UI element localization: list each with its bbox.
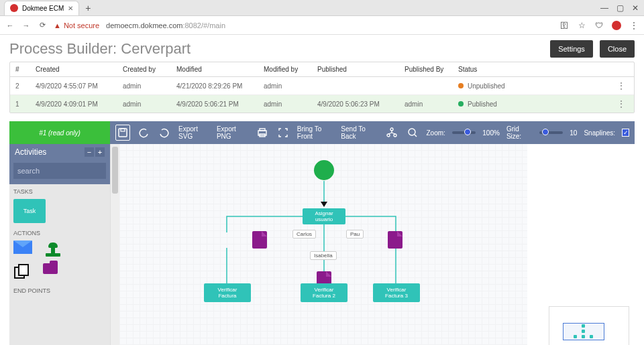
task-node-verify-1[interactable]: Verificar Factura [204, 283, 251, 302]
table-row[interactable]: 1 4/9/2020 4:09:01 PM admin 4/9/2020 5:0… [10, 95, 634, 113]
svg-rect-3 [260, 129, 265, 131]
cell-created-by: admin [123, 100, 176, 108]
edge-label[interactable]: Carlos [292, 230, 316, 238]
new-tab-button[interactable]: + [82, 2, 94, 14]
zoom-icon[interactable] [405, 125, 419, 141]
zoom-label: Zoom: [427, 129, 445, 137]
fullscreen-icon[interactable] [276, 125, 290, 141]
svg-point-7 [394, 134, 396, 137]
task-node-assign[interactable]: Asignar usuario [303, 208, 345, 224]
zoom-slider[interactable] [452, 131, 476, 134]
svg-point-8 [409, 129, 415, 135]
svg-rect-11 [19, 265, 28, 275]
tab-favicon [10, 4, 18, 12]
status-dot-icon [458, 101, 464, 107]
window-maximize-button[interactable]: ▢ [616, 3, 624, 13]
send-to-back-button[interactable]: Send To Back [341, 125, 378, 140]
sidebar-collapse-button[interactable]: − [85, 147, 94, 157]
nav-back-icon[interactable]: ← [5, 21, 15, 29]
minimap[interactable] [549, 306, 629, 345]
key-icon[interactable]: ⚿ [559, 21, 569, 30]
security-indicator[interactable]: ▲ Not secure [54, 21, 99, 29]
document-node[interactable] [252, 231, 267, 249]
svg-point-5 [390, 128, 393, 131]
col-modified-by: Modified by [264, 66, 317, 73]
canvas-toolbar: #1 (read only) Export SVG Export PNG Bri… [9, 121, 635, 144]
cell-modified: 4/21/2020 8:29:26 PM [176, 82, 264, 90]
cell-created-by: admin [123, 82, 176, 90]
grid-label: Grid Size: [506, 125, 533, 140]
task-node-verify-2[interactable]: Verificar Factura 2 [301, 283, 347, 302]
bookmark-star-icon[interactable]: ☆ [577, 21, 586, 30]
extension-shield-icon[interactable]: 🛡 [594, 21, 604, 30]
flow-canvas[interactable]: Asignar usuario Carlos Pau Isabella Veri… [119, 144, 635, 345]
bring-to-front-button[interactable]: Bring To Front [297, 125, 335, 140]
zoom-value: 100% [482, 129, 500, 137]
palette-mail-icon[interactable] [13, 240, 32, 254]
window-minimize-button[interactable]: — [600, 3, 608, 13]
document-node[interactable] [388, 231, 402, 249]
status-dot-icon [458, 83, 464, 88]
col-num: # [15, 66, 36, 73]
undo-icon[interactable] [137, 125, 151, 141]
cell-num: 1 [15, 100, 36, 108]
palette-stamp-icon[interactable] [44, 240, 62, 257]
group-actions-label: ACTIONS [13, 230, 106, 236]
table-header: # Created Created by Modified Modified b… [10, 62, 634, 77]
snaplines-checkbox[interactable]: ✓ [622, 129, 629, 137]
arrowhead-icon [321, 202, 327, 207]
warning-icon: ▲ [54, 21, 61, 29]
save-icon[interactable] [115, 125, 130, 141]
sidebar-add-button[interactable]: + [95, 147, 105, 157]
palette-copy-icon[interactable] [13, 263, 31, 281]
col-published-by: Published By [405, 66, 458, 73]
table-row[interactable]: 2 4/9/2020 4:55:07 PM admin 4/21/2020 8:… [10, 77, 634, 95]
window-controls: — ▢ ✕ [600, 3, 644, 13]
print-icon[interactable] [255, 125, 269, 141]
col-published: Published [317, 66, 405, 73]
start-node[interactable] [314, 160, 334, 180]
palette-folder-icon[interactable] [43, 263, 58, 274]
canvas-area: Asignar usuario Carlos Pau Isabella Veri… [110, 144, 635, 345]
grid-value: 10 [570, 129, 577, 137]
edge-label[interactable]: Isabella [310, 251, 337, 260]
page-title: Process Builder: Cerverpart [9, 40, 543, 58]
search-input[interactable] [13, 167, 114, 175]
security-text: Not secure [64, 21, 99, 29]
cell-published-by: admin [405, 100, 458, 108]
row-menu-button[interactable]: ⋮ [616, 98, 629, 109]
sidebar-search[interactable]: 🔍 [13, 163, 106, 179]
palette-task[interactable]: Task [13, 199, 46, 223]
tab-close-icon[interactable]: ✕ [68, 5, 73, 12]
close-button[interactable]: Close [600, 40, 635, 58]
workspace: Activities − + 🔍 TASKS Task ACTIONS [9, 144, 635, 345]
export-png-button[interactable]: Export PNG [217, 125, 248, 140]
settings-button[interactable]: Settings [550, 40, 593, 58]
group-endpoints-label: END POINTS [13, 287, 106, 294]
cell-created: 4/9/2020 4:09:01 PM [36, 100, 123, 108]
extension-dokmee-icon[interactable] [612, 21, 621, 30]
edge-label[interactable]: Pau [346, 230, 364, 238]
activities-sidebar: Activities − + 🔍 TASKS Task ACTIONS [9, 144, 110, 345]
browser-menu-icon[interactable]: ⋮ [629, 21, 639, 30]
task-node-verify-3[interactable]: Verificar Factura 3 [373, 283, 420, 302]
grid-slider[interactable] [539, 131, 563, 134]
nav-forward-icon[interactable]: → [21, 21, 31, 29]
export-svg-button[interactable]: Export SVG [178, 125, 210, 140]
url-text[interactable]: demoecm.dokmee.com:8082/#/main [106, 21, 225, 29]
window-close-button[interactable]: ✕ [632, 3, 639, 13]
cell-modified-by: admin [264, 100, 317, 108]
row-menu-button[interactable]: ⋮ [616, 80, 629, 91]
redo-icon[interactable] [158, 125, 172, 141]
sidebar-title: Activities [15, 147, 46, 157]
status-text: Unpublished [468, 82, 505, 90]
browser-tab[interactable]: Dokmee ECM ✕ [4, 1, 79, 15]
version-indicator: #1 (read only) [9, 121, 110, 144]
tab-title: Dokmee ECM [22, 5, 64, 12]
cell-created: 4/9/2020 4:55:07 PM [36, 82, 123, 90]
canvas-vscrollbar[interactable] [110, 144, 119, 345]
nav-reload-icon[interactable]: ⟳ [38, 21, 47, 29]
status-text: Published [468, 100, 497, 108]
layout-tree-icon[interactable] [384, 125, 398, 141]
col-modified: Modified [176, 66, 264, 73]
